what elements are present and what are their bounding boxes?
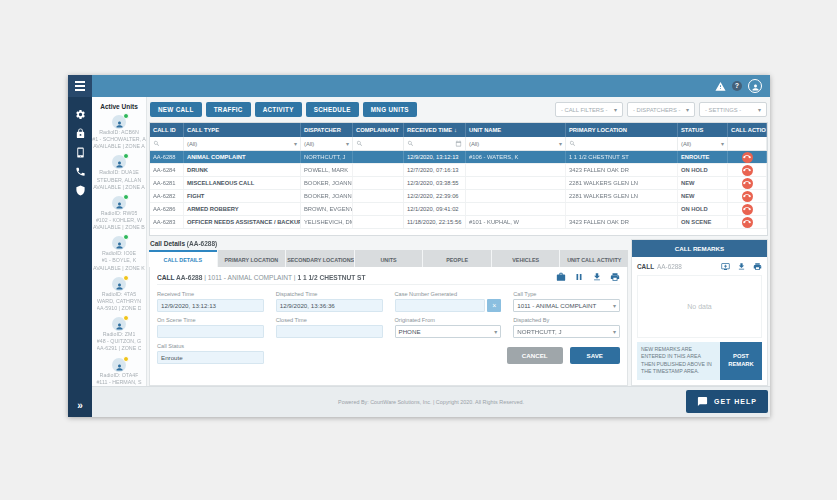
cell-received-time: 12/7/2020, 07:16:13	[404, 164, 466, 176]
filter-cell[interactable]: (All) ▾	[678, 137, 728, 150]
header-cell[interactable]: UNIT NAME	[466, 123, 566, 137]
get-help-button[interactable]: GET HELP	[686, 390, 768, 413]
unit-status: AVAILABLE | ZONE A	[93, 184, 145, 191]
filter-dropdown[interactable]: - SETTINGS - ▾	[699, 102, 767, 117]
menu-button[interactable]	[68, 75, 92, 97]
cancel-button[interactable]: CANCEL	[507, 347, 563, 364]
cell-primary-location: 2281 WALKERS GLEN LN	[566, 190, 678, 202]
end-call-button[interactable]	[742, 152, 753, 163]
calendar-icon[interactable]	[455, 140, 462, 147]
filter-dropdown[interactable]: - CALL FILTERS - ▾	[555, 102, 623, 117]
table-row[interactable]: AA-6288 ANIMAL COMPLAINT NORTHCUTT, J 12…	[150, 151, 767, 164]
table-row[interactable]: AA-6282 FIGHT BOOKER, JOANNE 12/2/2020, …	[150, 190, 767, 203]
header-cell[interactable]: CALL ACTION	[728, 123, 767, 137]
filter-cell[interactable]	[728, 137, 767, 150]
unit-card[interactable]: RadioID: 4TA5 WARD, CATHRYN AA-5910 | ZO…	[92, 275, 146, 315]
table-row[interactable]: AA-6284 DRUNK POWELL, MARK 12/7/2020, 07…	[150, 164, 767, 177]
warning-icon[interactable]	[715, 81, 726, 92]
toolbar-button[interactable]: ACTIVITY	[255, 102, 302, 117]
filter-cell[interactable]	[566, 137, 678, 150]
header-label: COMPLAINANT	[356, 127, 399, 133]
header-cell[interactable]: CALL ID	[150, 123, 184, 137]
unit-card[interactable]: RadioID: ZM1 #48 - QUITZON, G AA-6291 | …	[92, 315, 146, 355]
on-scene-time-input[interactable]	[157, 325, 264, 338]
user-avatar[interactable]	[748, 79, 762, 93]
filter-cell[interactable]: (All) ▾	[301, 137, 353, 150]
toolbar-button[interactable]: NEW CALL	[150, 102, 202, 117]
tab[interactable]: PRIMARY LOCATION	[218, 250, 286, 267]
pause-icon[interactable]	[574, 272, 584, 282]
print-icon[interactable]	[753, 262, 762, 271]
filter-cell[interactable]	[353, 137, 404, 150]
header-cell[interactable]: CALL TYPE	[184, 123, 301, 137]
briefcase-icon[interactable]	[556, 272, 566, 282]
gear-icon[interactable]	[75, 109, 86, 120]
call-status-input[interactable]: Enroute	[157, 351, 264, 364]
unit-card[interactable]: RadioID: RW05 #102 - KOHLER, W AVAILABLE…	[92, 194, 146, 234]
shield-icon[interactable]	[75, 185, 86, 196]
popout-window-icon[interactable]	[721, 262, 730, 271]
tab[interactable]: UNITS	[355, 250, 423, 267]
officer-icon	[115, 201, 124, 210]
tab[interactable]: SECONDARY LOCATIONS	[286, 250, 354, 267]
header-cell[interactable]: STATUS	[678, 123, 728, 137]
save-button[interactable]: SAVE	[570, 347, 620, 364]
dispatched-time-input[interactable]: 12/9/2020, 13:36:36	[276, 299, 383, 312]
table-row[interactable]: AA-6286 ARMED ROBBERY BROWN, EVGENY 12/1…	[150, 203, 767, 216]
end-call-button[interactable]	[742, 204, 753, 215]
call-type-select[interactable]: 1011 - ANIMAL COMPLAINT ▾	[513, 299, 620, 312]
details-region: Call Details (AA-6288) CALL DETAILS PRIM…	[147, 236, 770, 386]
unit-card[interactable]: RadioID: ACB6N #1 - SCHOWALTER, A AVAILA…	[92, 113, 146, 153]
case-number-input[interactable]	[395, 299, 486, 312]
table-row[interactable]: AA-6283 OFFICER NEEDS ASSISTANCE / BACKU…	[150, 216, 767, 229]
download-icon[interactable]	[737, 262, 746, 271]
sort-arrow-icon[interactable]: ↓	[454, 127, 457, 133]
print-icon[interactable]	[610, 272, 620, 282]
tab[interactable]: PEOPLE	[423, 250, 491, 267]
tab[interactable]: CALL DETAILS	[149, 250, 217, 267]
download-icon[interactable]	[592, 272, 602, 282]
toolbar-button[interactable]: TRAFFIC	[206, 102, 251, 117]
unit-card[interactable]: RadioID: IO0E #1 - BOYLE, K AVAILABLE | …	[92, 234, 146, 274]
received-time-input[interactable]: 12/9/2020, 13:12:13	[157, 299, 264, 312]
unit-card[interactable]: RadioID: OTA4F #111 - HERMAN, S AA-6291 …	[92, 356, 146, 386]
unit-status-badge	[123, 356, 129, 362]
cell-unit-name	[466, 203, 566, 215]
filter-cell[interactable]	[404, 137, 466, 150]
remark-entry-note[interactable]: NEW REMARKS ARE ENTERED IN THIS AREA THE…	[637, 342, 720, 380]
end-call-button[interactable]	[742, 178, 753, 189]
header-cell[interactable]: COMPLAINANT	[353, 123, 404, 137]
originated-from-select[interactable]: PHONE ▾	[395, 325, 502, 338]
table-row[interactable]: AA-6281 MISCELLANEOUS CALL BOOKER, JOANN…	[150, 177, 767, 190]
table-body: AA-6288 ANIMAL COMPLAINT NORTHCUTT, J 12…	[150, 151, 767, 229]
clear-case-number-button[interactable]: ×	[487, 299, 501, 312]
mobile-device-icon[interactable]	[75, 147, 86, 158]
header-cell[interactable]: DISPATCHER	[301, 123, 353, 137]
toolbar-button[interactable]: MNG UNITS	[363, 102, 417, 117]
help-icon[interactable]: ?	[732, 81, 742, 91]
filter-cell[interactable]: (All) ▾	[466, 137, 566, 150]
unit-avatar	[112, 236, 126, 250]
dispatched-by-value: NORTHCUTT, J	[517, 328, 561, 335]
cell-complainant	[353, 216, 404, 228]
filter-cell[interactable]: (All) ▾	[184, 137, 301, 150]
filter-cell[interactable]	[150, 137, 184, 150]
filter-dropdown[interactable]: - DISPATCHERS - ▾	[627, 102, 695, 117]
end-call-button[interactable]	[742, 191, 753, 202]
tab[interactable]: VEHICLES	[492, 250, 560, 267]
toolbar-button[interactable]: SCHEDULE	[306, 102, 359, 117]
unit-card[interactable]: RadioID: DUA1E STEUBER, ALLAN AVAILABLE …	[92, 153, 146, 193]
header-cell[interactable]: RECEIVED TIME ↓	[404, 123, 466, 137]
tab[interactable]: UNIT CALL ACTIVITY	[560, 250, 628, 267]
end-call-button[interactable]	[742, 217, 753, 228]
dispatched-by-select[interactable]: NORTHCUTT, J ▾	[513, 325, 620, 338]
lock-icon[interactable]	[75, 128, 86, 139]
header-cell[interactable]: PRIMARY LOCATION	[566, 123, 678, 137]
phone-down-icon	[743, 192, 751, 200]
end-call-button[interactable]	[742, 165, 753, 176]
post-remark-button[interactable]: POST REMARK	[720, 342, 762, 380]
closed-time-input[interactable]	[276, 325, 383, 338]
phone-call-icon[interactable]	[75, 166, 86, 177]
cell-status: ENROUTE	[678, 151, 728, 163]
expand-nav-chevrons[interactable]: »	[77, 400, 83, 411]
